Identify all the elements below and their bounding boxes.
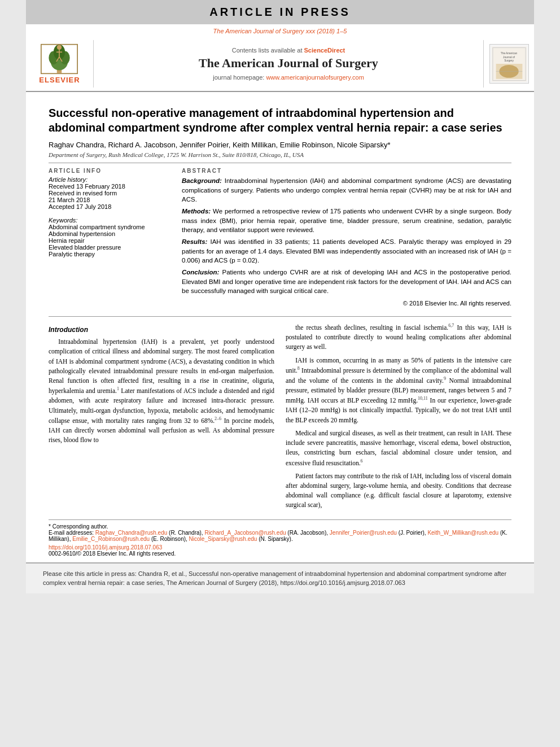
journal-center: Contents lists available at ScienceDirec… — [94, 40, 483, 88]
sciencedirect-link[interactable]: ScienceDirect — [304, 47, 345, 54]
elsevier-logo: ELSEVIER — [39, 43, 80, 84]
accepted-date: Accepted 17 July 2018 — [49, 203, 173, 210]
email-chandra[interactable]: Raghav_Chandra@rush.edu — [95, 530, 167, 536]
conclusion-label: Conclusion: — [182, 269, 219, 276]
divider-top — [49, 163, 511, 163]
results-text: IAH was identified in 33 patients; 11 pa… — [182, 238, 511, 264]
sciencedirect-line: Contents lists available at ScienceDirec… — [232, 47, 345, 54]
background-text: Intraabdominal hypertension (IAH) and ab… — [182, 177, 511, 203]
svg-text:Journal of: Journal of — [503, 55, 515, 58]
intro-paragraph-5: Patient factors may contribute to the ri… — [286, 471, 511, 510]
bottom-citation-box: Please cite this article in press as: Ch… — [26, 562, 534, 593]
revised-date: 21 March 2018 — [49, 196, 173, 203]
abstract-results: Results: IAH was identified in 33 patien… — [182, 237, 511, 265]
abstract-copyright: © 2018 Elsevier Inc. All rights reserved… — [182, 299, 511, 308]
journal-header: ELSEVIER Contents lists available at Sci… — [26, 36, 534, 92]
bottom-citation-text: Please cite this article in press as: Ch… — [43, 570, 506, 587]
doi-line: https://doi.org/10.1016/j.amjsurg.2018.0… — [49, 544, 511, 551]
issn-line: 0002-9610/© 2018 Elsevier Inc. All right… — [49, 551, 511, 557]
article-info-column: Article info Article history: Received 1… — [49, 168, 173, 308]
abstract-background: Background: Intraabdominal hypertension … — [182, 176, 511, 204]
article-title: Successful non-operative management of i… — [49, 106, 511, 135]
received-revised-label: Received in revised form — [49, 190, 173, 196]
article-info-label: Article info — [49, 168, 173, 174]
journal-logo-right: The American Journal of Surgery — [483, 40, 534, 88]
intro-paragraph-2: the rectus sheath declines, resulting in… — [286, 322, 511, 352]
background-label: Background: — [182, 177, 222, 184]
svg-point-5 — [57, 45, 62, 50]
results-label: Results: — [182, 238, 207, 245]
corresponding-author: * Corresponding author. — [49, 523, 511, 530]
article-history-block: Article history: Received 13 February 20… — [49, 176, 173, 210]
email-millikan[interactable]: Keith_W_Millikan@rush.edu — [427, 530, 498, 536]
conclusion-text: Patients who undergo CVHR are at risk of… — [182, 269, 511, 294]
doi-link[interactable]: https://doi.org/10.1016/j.amjsurg.2018.0… — [49, 544, 162, 551]
introduction-heading: Introduction — [49, 325, 274, 335]
abstract-text: Background: Intraabdominal hypertension … — [182, 176, 511, 308]
email-footnote: E-mail addresses: Raghav_Chandra@rush.ed… — [49, 530, 511, 542]
intro-paragraph-3: IAH is common, occurring in as many as 5… — [286, 356, 511, 425]
email-label: E-mail addresses: — [49, 530, 94, 536]
citation-text: The American Journal of Surgery xxx (201… — [213, 28, 347, 34]
article-in-press-banner: ARTICLE IN PRESS — [26, 0, 534, 24]
homepage-link[interactable]: www.americanjournalofsurgery.com — [266, 74, 364, 81]
keywords-label: Keywords: — [49, 217, 77, 224]
authors: Raghav Chandra, Richard A. Jacobson, Jen… — [49, 141, 511, 149]
email-poirier[interactable]: Jennifer_Poirier@rush.edu — [330, 530, 397, 536]
body-col-right: the rectus sheath declines, resulting in… — [286, 322, 511, 514]
keywords-block: Keywords: Abdominal compartment syndrome… — [49, 217, 173, 257]
elsevier-brand-text: ELSEVIER — [39, 76, 80, 84]
affiliation: Department of Surgery, Rush Medical Coll… — [49, 151, 511, 158]
keyword-3: Hernia repair — [49, 237, 173, 244]
journal-cover-svg: The American Journal of Surgery — [492, 46, 527, 82]
email-jacobson[interactable]: Richard_A_Jacobson@rush.edu — [204, 530, 286, 536]
main-content: Successful non-operative management of i… — [26, 92, 534, 562]
abstract-conclusion: Conclusion: Patients who undergo CVHR ar… — [182, 268, 511, 296]
intro-paragraph-1: Intraabdominal hypertension (IAH) is a p… — [49, 337, 274, 445]
page-wrapper: ARTICLE IN PRESS The American Journal of… — [26, 0, 534, 593]
abstract-methods: Methods: We performed a retrospective re… — [182, 207, 511, 235]
article-history-label: Article history: — [49, 176, 88, 183]
authors-text: Raghav Chandra, Richard A. Jacobson, Jen… — [49, 141, 391, 149]
homepage-label: journal homepage: — [213, 74, 264, 81]
email-robinson[interactable]: Emilie_C_Robinson@rush.edu — [72, 536, 150, 542]
divider-mid — [49, 316, 511, 317]
elsevier-tree-icon — [40, 43, 79, 75]
body-text-section: Introduction Intraabdominal hypertension… — [49, 322, 511, 514]
journal-cover-thumbnail: The American Journal of Surgery — [489, 44, 529, 84]
email-addresses: Raghav_Chandra@rush.edu (R. Chandra), Ri… — [49, 530, 508, 542]
body-col-left: Introduction Intraabdominal hypertension… — [49, 322, 274, 514]
keyword-5: Paralytic therapy — [49, 251, 173, 257]
methods-text: We performed a retrospective review of 1… — [182, 208, 511, 233]
keyword-1: Abdominal compartment syndrome — [49, 224, 173, 230]
journal-title: The American Journal of Surgery — [199, 56, 378, 71]
elsevier-logo-area: ELSEVIER — [26, 40, 94, 88]
footnote-area: * Corresponding author. E-mail addresses… — [49, 519, 511, 557]
svg-text:The American: The American — [500, 51, 517, 54]
sciencedirect-text: Contents lists available at — [232, 47, 303, 54]
keyword-2: Abdominal hypertension — [49, 230, 173, 237]
methods-label: Methods: — [182, 208, 211, 215]
received-date: Received 13 February 2018 — [49, 183, 173, 190]
email-siparsky[interactable]: Nicole_Siparsky@rush.edu — [189, 536, 257, 542]
svg-text:Surgery: Surgery — [504, 59, 514, 62]
abstract-column: Abstract Background: Intraabdominal hype… — [182, 168, 511, 308]
banner-text: ARTICLE IN PRESS — [209, 6, 351, 18]
citation-line: The American Journal of Surgery xxx (201… — [26, 24, 534, 36]
abstract-label: Abstract — [182, 168, 511, 174]
homepage-line: journal homepage: www.americanjournalofs… — [213, 74, 364, 81]
intro-paragraph-4: Medical and surgical diseases, as well a… — [286, 429, 511, 468]
article-info-abstract-section: Article info Article history: Received 1… — [49, 168, 511, 308]
keyword-4: Elevated bladder pressure — [49, 244, 173, 251]
